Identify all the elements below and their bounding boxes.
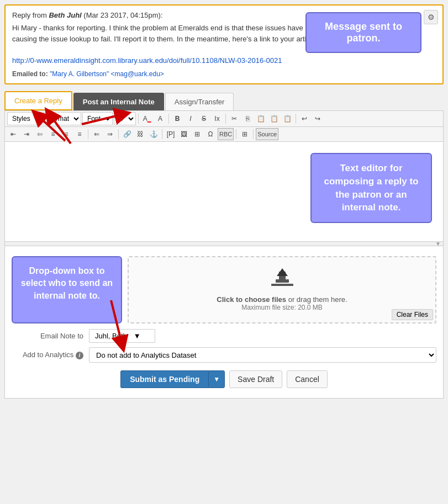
paste-btn[interactable]: 📋 (255, 113, 267, 125)
message-sent-callout: Message sent to patron. (305, 12, 421, 53)
undo-btn[interactable]: ↩ (298, 113, 310, 125)
tab-post-internal[interactable]: Post an Internal Note (73, 93, 164, 110)
clear-files-button[interactable]: Clear Files (392, 309, 433, 320)
editor-wrapper: Create a Reply Post an Internal Note Ass… (4, 91, 444, 246)
editor-resize-handle[interactable]: ▼ (5, 241, 443, 246)
redo-btn[interactable]: ↪ (312, 113, 324, 125)
tabs-row: Create a Reply Post an Internal Note Ass… (4, 91, 444, 110)
format-select[interactable]: Format (43, 112, 81, 125)
size-select[interactable]: ▼ (114, 112, 136, 125)
text-editor-callout: Text editor for composing a reply to the… (310, 153, 432, 223)
submit-pending-button[interactable]: Submit as Pending (120, 370, 208, 388)
table-btn[interactable]: ⊞ (191, 128, 203, 140)
paste-word-btn[interactable]: 📋 (281, 113, 293, 125)
indent-btn[interactable]: ⇒ (104, 128, 116, 140)
anchor-btn[interactable]: ⚓ (147, 128, 160, 140)
remove-format-btn[interactable]: Ix (211, 113, 223, 125)
dropdown-arrow-icon: ▼ (134, 332, 141, 340)
cut-btn[interactable]: ✂ (228, 113, 240, 125)
bold-btn[interactable]: B (171, 113, 183, 125)
align-center-btn[interactable]: ⇥ (20, 128, 33, 140)
upload-maxsize: Maximum file size: 20.0 MB (241, 304, 323, 311)
upload-icon (271, 268, 293, 292)
submit-btn-group: Submit as Pending ▼ (120, 370, 225, 388)
analytics-row: Add to Analytics i Do not add to Analyti… (12, 347, 436, 363)
editor-container: Styles Format Font ▼ A_ A B I S Ix (4, 110, 444, 246)
special-char-btn[interactable]: Ω (204, 128, 217, 140)
paste-plain-btn[interactable]: 📋 (268, 113, 280, 125)
toolbar-divider-1 (138, 114, 139, 124)
reply-label: Reply from (12, 11, 47, 19)
toolbar-row-1: Styles Format Font ▼ A_ A B I S Ix (5, 111, 443, 127)
form-section: Drop-down box to select who to send an i… (4, 246, 444, 399)
toolbar-divider-4 (296, 114, 296, 124)
reply-footer: Emailed to: "Mary A. Gilbertson" <mag@ua… (12, 70, 436, 78)
toolbar-divider-9 (253, 129, 254, 139)
paragraph-btn[interactable]: [P] (165, 128, 177, 140)
copy-btn[interactable]: ⎘ (241, 113, 254, 125)
or-drag-text: or drag them here. (288, 295, 347, 304)
align-left-btn[interactable]: ⇤ (7, 128, 19, 140)
strikethrough-btn[interactable]: S (198, 113, 210, 125)
reply-sender: Beth Juhl (49, 11, 81, 19)
analytics-label: Add to Analytics i (12, 351, 89, 359)
click-to-choose[interactable]: Click to choose files (217, 295, 286, 304)
email-note-field: Juhl, Beth ▼ (89, 329, 436, 343)
action-buttons-row: Submit as Pending ▼ Save Draft Cancel (12, 370, 436, 388)
toolbar-divider-3 (225, 114, 226, 124)
toolbar-divider-2 (168, 114, 169, 124)
styles-select[interactable]: Styles (7, 112, 42, 125)
upload-svg (271, 268, 293, 288)
email-note-label: Email Note to (12, 332, 89, 340)
reply-box: Reply from Beth Juhl (Mar 23 2017, 04:15… (4, 4, 444, 84)
font-select[interactable]: Font (82, 112, 113, 125)
tab-assign-transfer[interactable]: Assign/Transfer (165, 93, 234, 110)
reply-date: (Mar 23 2017, 04:15pm): (83, 11, 162, 19)
analytics-info-icon[interactable]: i (76, 352, 83, 359)
unordered-list-btn[interactable]: ≡ (73, 128, 86, 140)
maximize-btn[interactable]: ⊞ (239, 128, 251, 140)
unlink-btn[interactable]: ⛓ (134, 128, 146, 140)
emailed-label: Emailed to: (12, 70, 48, 78)
email-note-dropdown[interactable]: Juhl, Beth ▼ (89, 329, 155, 343)
submit-arrow-button[interactable]: ▼ (208, 370, 225, 388)
ordered-list-btn[interactable]: ≡ (60, 128, 72, 140)
dropdown-callout: Drop-down box to select who to send an i… (12, 256, 122, 323)
gear-button[interactable]: ⚙ (424, 10, 438, 24)
upload-text: Click to choose files or drag them here. (217, 295, 347, 304)
editor-body[interactable]: Text editor for composing a reply to the… (5, 142, 443, 241)
cancel-button[interactable]: Cancel (287, 370, 328, 388)
bg-color-btn[interactable]: A (154, 113, 166, 125)
svg-rect-9 (271, 284, 293, 286)
outdent-btn[interactable]: ⇐ (91, 128, 103, 140)
toolbar-divider-5 (88, 129, 88, 139)
reply-link[interactable]: http://0-www.emeraldinsight.com.library.… (12, 56, 282, 65)
align-right-btn[interactable]: ⇦ (34, 128, 46, 140)
analytics-select[interactable]: Do not add to Analytics Dataset (89, 347, 436, 363)
save-draft-button[interactable]: Save Draft (229, 370, 282, 388)
file-upload-box[interactable]: Click to choose files or drag them here.… (128, 256, 436, 323)
toolbar-divider-6 (118, 129, 119, 139)
align-justify-btn[interactable]: ≡ (47, 128, 59, 140)
email-note-row: Email Note to Juhl, Beth ▼ (12, 329, 436, 343)
svg-rect-6 (276, 279, 289, 283)
text-color-btn[interactable]: A_ (141, 113, 153, 125)
link-btn[interactable]: 🔗 (121, 128, 133, 140)
italic-btn[interactable]: I (185, 113, 197, 125)
source-btn[interactable]: Source (256, 128, 278, 140)
tab-create-reply[interactable]: Create a Reply (4, 91, 72, 110)
svg-marker-8 (277, 268, 288, 276)
file-upload-row: Drop-down box to select who to send an i… (12, 256, 436, 323)
toolbar-divider-7 (162, 129, 162, 139)
toolbar-row-2: ⇤ ⇥ ⇦ ≡ ≡ ≡ ⇐ ⇒ 🔗 ⛓ ⚓ [P] 🖼 ⊞ Ω RBC (5, 127, 443, 142)
rbc-btn[interactable]: RBC (218, 128, 234, 140)
toolbar-divider-8 (236, 129, 236, 139)
emailed-value: "Mary A. Gilbertson" <mag@uark.edu> (50, 70, 164, 78)
image-btn[interactable]: 🖼 (178, 128, 190, 140)
